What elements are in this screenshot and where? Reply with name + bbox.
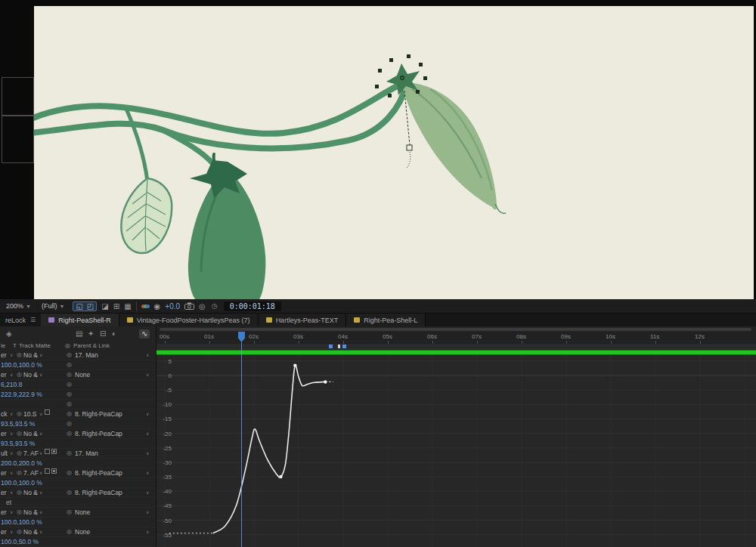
- chevron-down-icon[interactable]: ∨: [10, 409, 13, 419]
- layer-row[interactable]: ult∨◎7. AF∨◎17. Man∨: [0, 449, 156, 459]
- chevron-down-icon[interactable]: ∨: [10, 449, 13, 458]
- brainstorm-icon[interactable]: ⊟: [100, 329, 106, 338]
- parent-pickwhip-icon[interactable]: ◎: [67, 488, 72, 497]
- property-value[interactable]: 6,210.8: [1, 380, 22, 389]
- blend-mode-fragment[interactable]: er: [1, 370, 7, 379]
- property-value[interactable]: 100.0,100.0 %: [1, 518, 42, 527]
- chevron-down-icon[interactable]: ∨: [39, 409, 42, 419]
- property-value[interactable]: 200.0,200.0 %: [1, 459, 42, 468]
- chevron-down-icon[interactable]: ∨: [146, 370, 149, 379]
- expression-pickwhip-icon[interactable]: ◎: [67, 419, 72, 428]
- panel-name-fragment[interactable]: reLock ☰: [0, 314, 41, 326]
- track-matte-value[interactable]: No &: [23, 508, 38, 517]
- keyframe-dot[interactable]: [293, 363, 296, 366]
- keyframe-dot[interactable]: [324, 380, 327, 383]
- panel-menu-icon[interactable]: ☰: [30, 317, 36, 323]
- expression-pickwhip-icon[interactable]: ◎: [67, 360, 72, 369]
- property-value-row[interactable]: 200.0,200.0 %: [0, 459, 156, 468]
- matte-toggle-box[interactable]: [51, 468, 57, 474]
- chevron-down-icon[interactable]: ∨: [39, 468, 42, 477]
- chevron-down-icon[interactable]: ∨: [146, 409, 149, 419]
- parent-pickwhip-icon[interactable]: ◎: [67, 527, 72, 536]
- blend-mode-fragment[interactable]: er: [1, 429, 7, 438]
- track-matte-value[interactable]: 10.S: [23, 409, 37, 419]
- channel-icon[interactable]: [141, 304, 150, 308]
- parent-value[interactable]: 8. Right-PeaCap: [75, 409, 122, 419]
- parent-pickwhip-icon[interactable]: ◎: [67, 409, 72, 419]
- parent-pickwhip-icon[interactable]: ◎: [67, 370, 72, 379]
- keyframe-dot[interactable]: [279, 475, 282, 478]
- property-value-row[interactable]: 100.0,100.0 %◎: [0, 360, 156, 370]
- expression-pickwhip-icon[interactable]: ◎: [67, 380, 72, 389]
- toggle-icon[interactable]: ◎: [17, 449, 22, 458]
- auto-keyframe-icon[interactable]: ◐: [112, 329, 116, 338]
- work-area-bar[interactable]: [156, 350, 756, 355]
- track-matte-value[interactable]: No &: [23, 527, 38, 536]
- chevron-down-icon[interactable]: ∨: [146, 449, 149, 458]
- composition-mini-icon[interactable]: ◈: [6, 329, 12, 338]
- blend-mode-fragment[interactable]: er: [1, 488, 7, 497]
- property-value-row[interactable]: 93.5,93.5 %◎: [0, 419, 156, 429]
- parent-value[interactable]: 8. Right-PeaCap: [75, 468, 122, 477]
- track-matte-value[interactable]: No &: [23, 488, 38, 497]
- marker-tick[interactable]: [338, 345, 340, 348]
- blend-mode-fragment[interactable]: er: [1, 527, 7, 536]
- out-point-marker[interactable]: [342, 345, 346, 348]
- exposure-value[interactable]: +0.0: [165, 302, 180, 311]
- chevron-down-icon[interactable]: ∨: [10, 508, 13, 517]
- chevron-down-icon[interactable]: ∨: [10, 468, 13, 477]
- property-value-row[interactable]: 6,210.8◎: [0, 380, 156, 390]
- toggle-icon[interactable]: ◎: [17, 508, 22, 517]
- layer-row[interactable]: er∨◎No &∨◎8. Right-PeaCap∨: [0, 488, 156, 498]
- composition-canvas[interactable]: [34, 6, 754, 299]
- toggle-icon[interactable]: ◎: [17, 488, 22, 497]
- chevron-down-icon[interactable]: ∨: [39, 527, 42, 536]
- matte-toggle-box[interactable]: [45, 468, 50, 474]
- expression-pickwhip-icon[interactable]: ◎: [67, 390, 72, 399]
- comp-tab[interactable]: Right-Pea-Shell-L: [346, 314, 426, 326]
- track-matte-value[interactable]: 7. AF: [23, 449, 39, 458]
- property-label-row[interactable]: et: [0, 498, 156, 508]
- chevron-down-icon[interactable]: ∨: [39, 429, 42, 438]
- chevron-down-icon[interactable]: ∨: [39, 508, 42, 517]
- magnification-select[interactable]: 200% ▼: [4, 302, 33, 310]
- toggle-icon[interactable]: ◎: [17, 370, 22, 379]
- chevron-down-icon[interactable]: ∨: [146, 527, 149, 536]
- motion-blur-icon[interactable]: ✦: [88, 329, 94, 338]
- property-value-row[interactable]: 100.0,50.0 %: [0, 537, 156, 547]
- blend-mode-fragment[interactable]: er: [1, 468, 7, 477]
- chevron-down-icon[interactable]: ∨: [10, 370, 13, 379]
- chevron-down-icon[interactable]: ∨: [10, 527, 13, 536]
- property-value[interactable]: 93.5,93.5 %: [1, 439, 35, 448]
- toggle-icon[interactable]: ◎: [17, 527, 22, 536]
- snapshot-camera-icon[interactable]: [184, 302, 194, 310]
- playhead-handle[interactable]: [238, 332, 245, 342]
- expression-pickwhip-icon[interactable]: ◎: [67, 400, 72, 409]
- parent-pickwhip-icon[interactable]: ◎: [67, 351, 72, 360]
- chevron-down-icon[interactable]: ∨: [10, 351, 13, 360]
- property-value-row[interactable]: 93.5,93.5 %: [0, 439, 156, 449]
- show-snapshot-icon[interactable]: ◎: [199, 302, 206, 311]
- layer-row[interactable]: er∨◎7. AF∨◎8. Right-PeaCap∨: [0, 468, 156, 478]
- toggle-icon[interactable]: ◎: [17, 429, 22, 438]
- graph-editor-toggle-icon[interactable]: ∿: [139, 329, 150, 338]
- blend-mode-fragment[interactable]: ult: [1, 449, 8, 458]
- layer-row[interactable]: er∨◎No &∨◎None∨: [0, 508, 156, 518]
- chevron-down-icon[interactable]: ∨: [146, 429, 149, 438]
- chevron-down-icon[interactable]: ∨: [39, 351, 42, 360]
- matte-toggle-box[interactable]: [45, 409, 50, 415]
- property-value-row[interactable]: 100.0,100.0 %: [0, 478, 156, 488]
- comp-tab[interactable]: Right-PeaShell-R: [41, 314, 119, 326]
- parent-value[interactable]: None: [75, 370, 90, 379]
- matte-toggle-box[interactable]: [45, 449, 50, 454]
- in-point-marker[interactable]: [329, 345, 333, 348]
- safe-zones-icon[interactable]: ⊞: [113, 302, 119, 311]
- timeline-navigator-bar[interactable]: [160, 328, 751, 331]
- track-matte-value[interactable]: 7. AF: [23, 468, 39, 477]
- property-value-row[interactable]: 100.0,100.0 %: [0, 518, 156, 527]
- layer-row[interactable]: er∨◎No &∨◎None∨: [0, 527, 156, 537]
- parent-pickwhip-icon[interactable]: ◎: [67, 449, 72, 458]
- parent-pickwhip-icon[interactable]: ◎: [67, 468, 72, 477]
- parent-value[interactable]: 8. Right-PeaCap: [75, 488, 122, 497]
- chevron-down-icon[interactable]: ∨: [39, 370, 42, 379]
